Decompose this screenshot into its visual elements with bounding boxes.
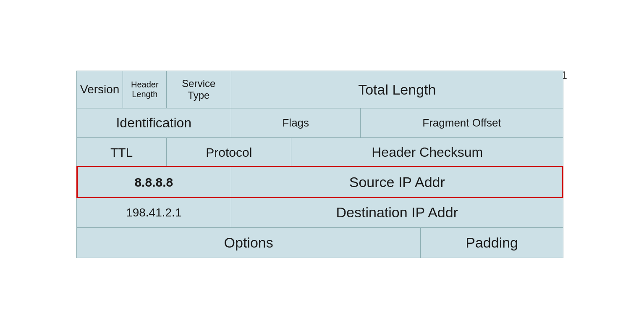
row-3: TTL Protocol Header Checksum <box>77 138 563 167</box>
cell-dest-ip-value: 198.41.2.1 <box>77 198 231 228</box>
cell-ttl: TTL <box>77 138 167 167</box>
cell-flags: Flags <box>231 108 360 138</box>
row-2: Identification Flags Fragment Offset <box>77 108 563 138</box>
cell-protocol: Protocol <box>167 138 291 167</box>
cell-header-checksum: Header Checksum <box>291 138 563 167</box>
cell-total-length: Total Length <box>231 71 563 108</box>
cell-destination-ip-addr: Destination IP Addr <box>231 198 563 228</box>
row-5-dest-ip: 198.41.2.1 Destination IP Addr <box>77 198 563 228</box>
row-1: Version HeaderLength Service Type Total … <box>77 71 563 108</box>
cell-version: Version <box>77 71 123 108</box>
cell-padding: Padding <box>421 228 563 258</box>
row-6-options: Options Padding <box>77 228 563 258</box>
cell-source-ip-addr: Source IP Addr <box>231 167 563 198</box>
cell-fragment-offset: Fragment Offset <box>360 108 563 138</box>
cell-options: Options <box>77 228 421 258</box>
packet-table: Version HeaderLength Service Type Total … <box>76 71 563 258</box>
ip-header-diagram: 0 4 8 16 19 31 Version HeaderLengt <box>76 69 568 258</box>
cell-ip-value: 8.8.8.8 <box>77 167 231 198</box>
cell-identification: Identification <box>77 108 231 138</box>
row-4-source-ip: 8.8.8.8 Source IP Addr <box>77 167 563 198</box>
cell-header-length: HeaderLength <box>123 71 167 108</box>
table-wrapper: Version HeaderLength Service Type Total … <box>76 71 563 258</box>
cell-service-type: Service Type <box>167 71 231 108</box>
